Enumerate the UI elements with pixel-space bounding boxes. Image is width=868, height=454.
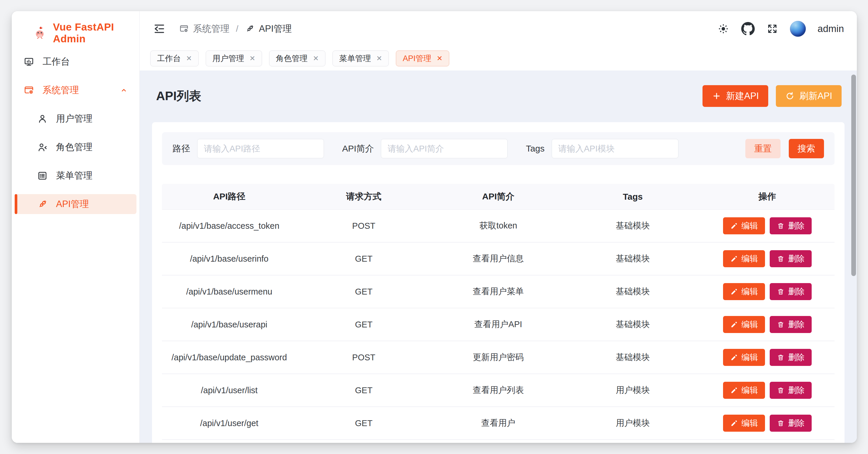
pencil-icon	[730, 387, 738, 394]
delete-button[interactable]: 删除	[770, 283, 812, 300]
sidebar-item-user-management[interactable]: 用户管理	[15, 109, 136, 129]
method-cell: POST	[297, 353, 431, 362]
table-row-clipped	[162, 440, 835, 443]
breadcrumb-separator: /	[235, 24, 240, 34]
api-plug-icon	[245, 24, 255, 34]
tags-cell: 用户模块	[565, 417, 700, 429]
column-header-method: 请求方式	[297, 191, 431, 203]
chick-logo-icon	[33, 25, 47, 41]
sidebar: Vue FastAPI Admin 工作台 系统管理 用户管理 角色管理	[12, 11, 140, 443]
refresh-api-button[interactable]: 刷新API	[776, 85, 842, 107]
delete-button[interactable]: 删除	[770, 316, 812, 333]
tags-cell: 基础模块	[565, 286, 700, 297]
table-row: /api/v1/base/update_password POST 更新用户密码…	[162, 341, 835, 374]
tab-label: 工作台	[157, 53, 181, 64]
page-actions: 新建API 刷新API	[703, 85, 842, 107]
new-api-button[interactable]: 新建API	[703, 85, 768, 107]
api-path-cell: /api/v1/user/get	[162, 419, 297, 428]
top-bar: 系统管理 / API管理 admin	[140, 11, 857, 47]
tab-label: API管理	[403, 53, 431, 64]
reset-button[interactable]: 重置	[745, 139, 780, 158]
chevron-up-icon	[119, 86, 128, 94]
edit-button[interactable]: 编辑	[723, 349, 765, 366]
tab-label: 角色管理	[276, 53, 308, 64]
vertical-scrollbar-thumb[interactable]	[851, 75, 856, 276]
pencil-icon	[730, 419, 738, 427]
tab-api-management[interactable]: API管理 ✕	[396, 51, 449, 66]
sidebar-item-menu-management[interactable]: 菜单管理	[15, 166, 136, 186]
edit-button[interactable]: 编辑	[723, 382, 765, 399]
theme-sun-icon[interactable]	[717, 23, 730, 35]
summary-input[interactable]	[381, 139, 508, 158]
sidebar-item-label: 菜单管理	[56, 169, 92, 182]
edit-label: 编辑	[742, 253, 758, 264]
tab-role-management[interactable]: 角色管理 ✕	[269, 51, 326, 66]
edit-label: 编辑	[742, 352, 758, 363]
refresh-api-label: 刷新API	[799, 90, 832, 102]
summary-cell: 查看用户	[431, 417, 565, 429]
sidebar-item-system-management[interactable]: 系统管理	[15, 80, 136, 100]
actions-cell: 编辑 删除	[700, 283, 835, 300]
method-cell: GET	[297, 419, 431, 428]
tab-close-icon[interactable]: ✕	[186, 55, 192, 62]
collapse-sidebar-icon[interactable]	[153, 22, 166, 35]
delete-label: 删除	[788, 319, 805, 330]
edit-label: 编辑	[742, 220, 758, 231]
actions-cell: 编辑 删除	[700, 217, 835, 234]
edit-button[interactable]: 编辑	[723, 415, 765, 432]
edit-button[interactable]: 编辑	[723, 250, 765, 267]
tags-cell: 基础模块	[565, 220, 700, 232]
user-avatar[interactable]	[790, 21, 806, 37]
breadcrumb-page[interactable]: API管理	[245, 23, 292, 35]
delete-button[interactable]: 删除	[770, 349, 812, 366]
column-header-actions: 操作	[700, 191, 835, 203]
breadcrumb-section[interactable]: 系统管理	[179, 23, 229, 35]
tags-input[interactable]	[552, 139, 678, 158]
tab-workbench[interactable]: 工作台 ✕	[150, 51, 199, 66]
delete-button[interactable]: 删除	[770, 382, 812, 399]
filter-bar: 路径 API简介 Tags 重置 搜索	[162, 132, 835, 165]
summary-cell: 更新用户密码	[431, 351, 565, 363]
filter-tags: Tags	[526, 139, 678, 158]
tags-cell: 基础模块	[565, 253, 700, 264]
filter-buttons: 重置 搜索	[745, 139, 824, 158]
table-row: /api/v1/user/get GET 查看用户 用户模块 编辑 删除	[162, 407, 835, 440]
github-icon[interactable]	[741, 22, 755, 35]
edit-label: 编辑	[742, 319, 758, 330]
edit-label: 编辑	[742, 418, 758, 429]
app-logo: Vue FastAPI Admin	[12, 11, 140, 45]
tab-menu-management[interactable]: 菜单管理 ✕	[333, 51, 389, 66]
menu-list-icon	[37, 170, 48, 181]
edit-button[interactable]: 编辑	[723, 217, 765, 234]
delete-button[interactable]: 删除	[770, 250, 812, 267]
api-path-cell: /api/v1/base/userinfo	[162, 254, 297, 264]
search-button[interactable]: 搜索	[789, 139, 824, 158]
pencil-icon	[730, 222, 738, 230]
table-row: /api/v1/base/usermenu GET 查看用户菜单 基础模块 编辑	[162, 276, 835, 308]
actions-cell: 编辑 删除	[700, 349, 835, 366]
summary-cell: 查看用户API	[431, 319, 565, 330]
edit-button[interactable]: 编辑	[723, 316, 765, 333]
tab-close-icon[interactable]: ✕	[376, 55, 382, 62]
fullscreen-icon[interactable]	[767, 23, 778, 35]
method-cell: GET	[297, 320, 431, 330]
delete-button[interactable]: 删除	[770, 415, 812, 432]
sidebar-item-role-management[interactable]: 角色管理	[15, 137, 136, 157]
edit-button[interactable]: 编辑	[723, 283, 765, 300]
page-header: API列表 新建API 刷新API	[156, 85, 842, 107]
actions-cell: 编辑 删除	[700, 415, 835, 432]
path-input[interactable]	[197, 139, 324, 158]
trash-icon	[777, 288, 785, 296]
delete-button[interactable]: 删除	[770, 217, 812, 234]
sidebar-item-workbench[interactable]: 工作台	[15, 52, 136, 72]
api-path-cell: /api/v1/base/userapi	[162, 320, 297, 330]
tab-user-management[interactable]: 用户管理 ✕	[206, 51, 262, 66]
tab-close-icon[interactable]: ✕	[437, 55, 442, 62]
tab-close-icon[interactable]: ✕	[313, 55, 319, 62]
api-path-cell: /api/v1/user/list	[162, 386, 297, 395]
pencil-icon	[730, 353, 738, 362]
sidebar-item-api-management[interactable]: API管理	[15, 194, 136, 214]
tab-close-icon[interactable]: ✕	[249, 55, 255, 62]
path-label: 路径	[173, 143, 190, 155]
username[interactable]: admin	[817, 23, 844, 34]
